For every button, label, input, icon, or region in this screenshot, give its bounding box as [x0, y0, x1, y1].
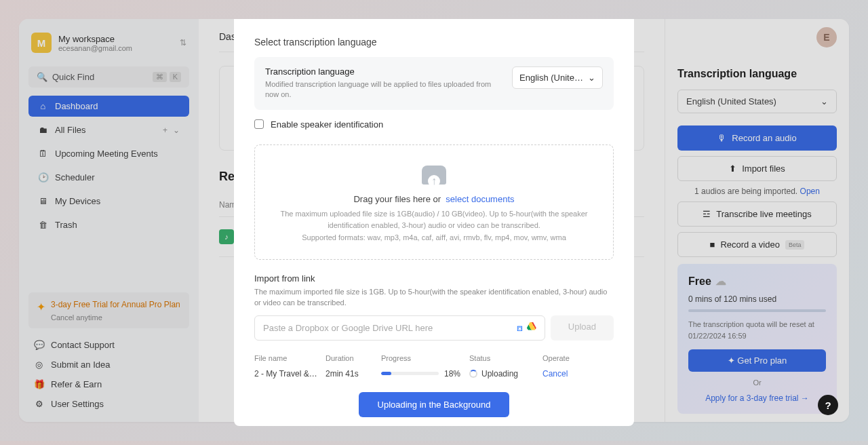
- lang-sub: Modified transcription language will be …: [265, 79, 500, 100]
- cloud-upload-icon: [422, 166, 446, 185]
- progress-percent: 18%: [444, 369, 460, 379]
- lang-select-value: English (United …: [519, 73, 584, 83]
- select-documents-link[interactable]: select documents: [446, 194, 514, 204]
- modal-overlay[interactable]: Select transcription language Transcript…: [0, 0, 868, 441]
- import-link-title: Import from link: [254, 273, 614, 284]
- help-fab[interactable]: ?: [818, 395, 838, 415]
- language-row: Transcription language Modified transcri…: [254, 57, 614, 110]
- h-duration: Duration: [326, 354, 381, 362]
- url-row: Paste a Dropbox or Google Drive URL here…: [254, 315, 614, 341]
- chevron-down-icon: ⌄: [588, 73, 595, 83]
- upload-row: 2 - My Travel &… 2min 41s 18% Uploading …: [254, 369, 614, 379]
- drop-text: Drag your files here or select documents: [269, 194, 599, 204]
- upload-status: Uploading: [469, 369, 542, 379]
- h-operate: Operate: [542, 354, 614, 362]
- import-link-sub: The maximum imported file size is 1GB. U…: [254, 286, 614, 309]
- dropzone[interactable]: Drag your files here or select documents…: [254, 144, 614, 260]
- upload-table-header: File name Duration Progress Status Opera…: [254, 354, 614, 362]
- status-text: Uploading: [481, 369, 518, 379]
- h-name: File name: [254, 354, 326, 362]
- spinner-icon: [469, 370, 477, 378]
- lang-label: Transcription language: [265, 66, 500, 77]
- dropbox-icon: ⧈: [517, 322, 523, 334]
- progress-bar: [381, 372, 439, 375]
- checkbox-label: Enable speaker identification: [271, 119, 383, 130]
- import-modal: Select transcription language Transcript…: [234, 19, 634, 426]
- gdrive-icon: [527, 322, 536, 330]
- upload-button[interactable]: Upload: [551, 315, 614, 341]
- h-progress: Progress: [381, 354, 469, 362]
- url-placeholder: Paste a Dropbox or Google Drive URL here: [263, 323, 517, 333]
- cancel-link[interactable]: Cancel: [542, 369, 614, 379]
- h-status: Status: [469, 354, 542, 362]
- drop-sub1: The maximum uploaded file size is 1GB(au…: [269, 208, 599, 232]
- drop-sub2: Supported formats: wav, mp3, m4a, caf, a…: [269, 232, 599, 244]
- url-input[interactable]: Paste a Dropbox or Google Drive URL here…: [254, 315, 545, 341]
- upload-progress: 18%: [381, 369, 469, 379]
- modal-title: Select transcription language: [254, 37, 614, 47]
- upload-duration: 2min 41s: [326, 369, 381, 379]
- checkbox[interactable]: [254, 119, 264, 129]
- background-upload-button[interactable]: Uploading in the Background: [359, 392, 510, 417]
- upload-file-name: 2 - My Travel &…: [254, 369, 326, 379]
- modal-language-select[interactable]: English (United … ⌄: [512, 66, 603, 89]
- speaker-id-checkbox-row[interactable]: Enable speaker identification: [254, 119, 614, 130]
- upload-table: File name Duration Progress Status Opera…: [254, 354, 614, 379]
